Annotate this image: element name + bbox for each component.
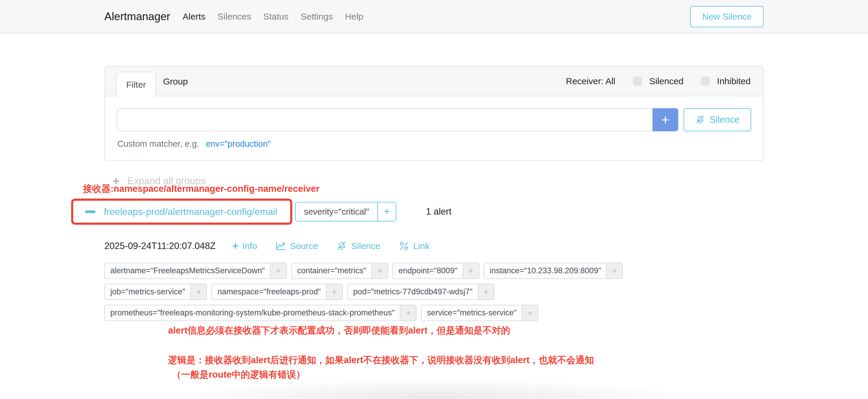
alert-label-text: prometheus="freeleaps-monitoring-system/… <box>105 305 400 320</box>
annotation-receiver-note: 接收器:namespace/altermanager-config-name/r… <box>83 183 319 195</box>
matcher-hint: Custom matcher, e.g. env="production" <box>117 139 751 149</box>
chart-icon <box>275 241 286 251</box>
alert-labels-row-2: job="metrics-service" + namespace="freel… <box>104 284 494 300</box>
top-navbar: Alertmanager Alerts Silences Status Sett… <box>0 0 868 33</box>
alert-group-header[interactable]: freeleaps-prod/alertmanager-config/email <box>71 198 292 225</box>
new-silence-button[interactable]: New Silence <box>690 6 764 27</box>
alert-label-text: job="metrics-service" <box>105 284 190 299</box>
alert-group-row: freeleaps-prod/alertmanager-config/email… <box>71 198 452 225</box>
alert-label-tag: prometheus="freeleaps-monitoring-system/… <box>104 305 416 321</box>
tab-filter[interactable]: Filter <box>116 72 156 97</box>
add-filter-plus-icon[interactable]: + <box>522 305 538 320</box>
matcher-input[interactable] <box>117 108 652 131</box>
alert-label-text: pod="metrics-77d9cdb497-wdsj7" <box>348 284 478 299</box>
alert-group-name: freeleaps-prod/alertmanager-config/email <box>104 206 277 217</box>
alert-label-tag: container="metrics" + <box>291 263 388 279</box>
inhibited-checkbox-label[interactable]: Inhibited <box>717 76 751 86</box>
alert-label-tag: pod="metrics-77d9cdb497-wdsj7" + <box>347 284 494 300</box>
nav-item-silences[interactable]: Silences <box>218 11 251 22</box>
bottom-shadow <box>104 380 764 399</box>
silence-button-label: Silence <box>709 115 740 125</box>
alert-action-silence[interactable]: Silence <box>337 241 380 251</box>
inhibited-checkbox[interactable] <box>701 76 710 86</box>
collapse-minus-icon <box>85 211 95 213</box>
alert-label-text: container="metrics" <box>292 263 371 278</box>
add-filter-plus-icon[interactable]: + <box>326 284 342 299</box>
silenced-checkbox-label[interactable]: Silenced <box>649 76 683 86</box>
alert-label-tag: alertname="FreeleapsMetricsServiceDown" … <box>104 263 287 279</box>
add-filter-plus-icon[interactable]: + <box>478 284 494 299</box>
alert-label-text: instance="10.233.98.209:8009" <box>485 263 607 278</box>
silence-button[interactable]: Silence <box>684 108 751 131</box>
alert-label-tag: instance="10.233.98.209:8009" + <box>484 263 623 279</box>
alert-label-tag: job="metrics-service" + <box>104 284 207 300</box>
alert-action-info[interactable]: + Info <box>232 241 257 251</box>
add-filter-plus-icon[interactable]: + <box>371 263 388 278</box>
annotation-note-3: （一般是route中的逻辑有错误） <box>172 368 305 381</box>
hint-text: Custom matcher, e.g. <box>117 139 199 149</box>
hint-example-link[interactable]: env="production" <box>206 139 271 149</box>
action-label: Link <box>413 241 430 251</box>
plus-icon: + <box>661 112 670 127</box>
bell-slash-icon <box>337 241 347 251</box>
add-filter-plus-icon[interactable]: + <box>463 263 479 278</box>
alert-label-text: endpoint="8009" <box>393 263 463 278</box>
action-label: Silence <box>351 241 380 251</box>
alert-label-tag: service="metrics-service" + <box>421 305 538 321</box>
add-filter-plus-icon[interactable]: + <box>270 263 286 278</box>
alertmanager-page: Alertmanager Alerts Silences Status Sett… <box>0 0 868 399</box>
matcher-input-row: + Silence <box>117 108 751 131</box>
plus-icon: + <box>232 241 238 251</box>
group-matcher-plus-icon[interactable]: + <box>377 203 396 221</box>
link-icon <box>399 241 409 251</box>
filter-header-controls: Receiver: All Silenced Inhibited <box>566 76 751 86</box>
group-matcher-label: severity="critical" <box>296 203 377 221</box>
app-brand[interactable]: Alertmanager <box>104 10 170 23</box>
alert-label-tag: endpoint="8009" + <box>393 263 479 279</box>
alert-label-text: service="metrics-service" <box>422 305 522 320</box>
nav-item-settings[interactable]: Settings <box>301 11 333 22</box>
alert-meta-row: 2025-09-24T11:20:07.048Z + Info Source S… <box>104 241 448 251</box>
group-matcher-chip: severity="critical" + <box>295 202 396 221</box>
alert-label-text: namespace="freeleaps-prod" <box>212 284 326 299</box>
tab-group[interactable]: Group <box>163 66 188 96</box>
add-filter-plus-icon[interactable]: + <box>190 284 206 299</box>
bell-slash-icon <box>695 115 705 125</box>
action-label: Info <box>242 241 257 251</box>
filter-panel: Filter Group Receiver: All Silenced Inhi… <box>104 66 764 161</box>
annotation-note-1: alert信息必须在接收器下才表示配置成功，否则即使能看到alert，但是通知是… <box>168 324 510 337</box>
alert-labels-row-1: alertname="FreeleapsMetricsServiceDown" … <box>104 263 623 279</box>
add-matcher-button[interactable]: + <box>652 108 678 131</box>
alert-timestamp: 2025-09-24T11:20:07.048Z <box>104 241 216 251</box>
alert-action-link[interactable]: Link <box>399 241 430 251</box>
nav-item-help[interactable]: Help <box>345 11 364 22</box>
alert-action-source[interactable]: Source <box>275 241 318 251</box>
receiver-selector[interactable]: Receiver: All <box>566 76 615 86</box>
annotation-note-2: 逻辑是：接收器收到alert后进行通知，如果alert不在接收器下，说明接收器没… <box>168 354 594 366</box>
add-filter-plus-icon[interactable]: + <box>400 305 416 320</box>
alert-labels-row-3: prometheus="freeleaps-monitoring-system/… <box>104 305 538 321</box>
nav-item-alerts[interactable]: Alerts <box>183 11 206 22</box>
add-filter-plus-icon[interactable]: + <box>606 263 622 278</box>
nav-item-status[interactable]: Status <box>263 11 288 22</box>
alert-count: 1 alert <box>426 206 452 217</box>
silenced-checkbox[interactable] <box>633 76 642 86</box>
alert-label-text: alertname="FreeleapsMetricsServiceDown" <box>105 263 270 278</box>
alert-label-tag: namespace="freeleaps-prod" + <box>211 284 343 300</box>
action-label: Source <box>290 241 318 251</box>
filter-panel-header: Filter Group Receiver: All Silenced Inhi… <box>105 66 763 96</box>
